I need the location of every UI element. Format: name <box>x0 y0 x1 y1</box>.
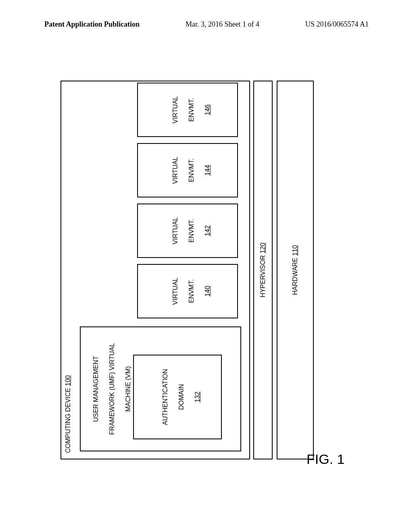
ve3-line2: ENVMT. <box>188 158 195 182</box>
ve1-line1: VIRTUAL <box>172 278 179 305</box>
figure-1-diagram: COMPUTING DEVICE 100 USER MANAGEMENT FRA… <box>60 81 319 459</box>
computing-device-ref: 100 <box>65 375 71 386</box>
ve1-ref: 140 <box>204 286 211 297</box>
auth-line1: AUTHENTICATION <box>162 369 169 425</box>
authentication-domain-box: AUTHENTICATION DOMAIN 132 <box>133 355 222 439</box>
virtual-env-box-4: VIRTUAL ENVMT. 146 <box>137 83 238 137</box>
umf-line3: MACHINE (VM) <box>125 366 131 412</box>
page-header: Patent Application Publication Mar. 3, 2… <box>0 20 413 29</box>
virtual-env-box-3: VIRTUAL ENVMT. 144 <box>137 143 238 197</box>
header-right: US 2016/0065574 A1 <box>305 20 369 29</box>
virtual-env-box-1: VIRTUAL ENVMT. 140 <box>137 264 238 318</box>
hardware-box: HARDWARE 110 <box>277 81 314 459</box>
virtual-env-box-2: VIRTUAL ENVMT. 142 <box>137 204 238 258</box>
ve2-line1: VIRTUAL <box>172 217 179 244</box>
hypervisor-label: HYPERVISOR <box>259 254 266 297</box>
header-left: Patent Application Publication <box>44 20 140 29</box>
auth-line2: DOMAIN <box>178 384 185 410</box>
hardware-ref: 110 <box>292 245 298 256</box>
ve4-line1: VIRTUAL <box>172 96 179 123</box>
figure-caption: FIG. 1 <box>307 451 344 467</box>
ve4-ref: 146 <box>204 104 211 115</box>
computing-device-label: COMPUTING DEVICE <box>65 386 71 453</box>
ve3-ref: 144 <box>204 165 211 176</box>
ve1-line2: ENVMT. <box>188 279 195 303</box>
umf-line2: FRAMEWORK (UMF) VIRTUAL <box>108 343 115 434</box>
hypervisor-ref: 120 <box>259 243 266 254</box>
ve4-line2: ENVMT. <box>188 98 195 122</box>
auth-ref: 132 <box>194 392 201 403</box>
ve3-line1: VIRTUAL <box>172 157 179 184</box>
hardware-label: HARDWARE <box>292 256 298 295</box>
umf-line1: USER MANAGEMENT <box>92 356 99 422</box>
header-center: Mar. 3, 2016 Sheet 1 of 4 <box>186 20 259 29</box>
ve2-ref: 142 <box>204 225 211 236</box>
ve2-line2: ENVMT. <box>188 219 195 243</box>
hypervisor-box: HYPERVISOR 120 <box>253 81 273 459</box>
